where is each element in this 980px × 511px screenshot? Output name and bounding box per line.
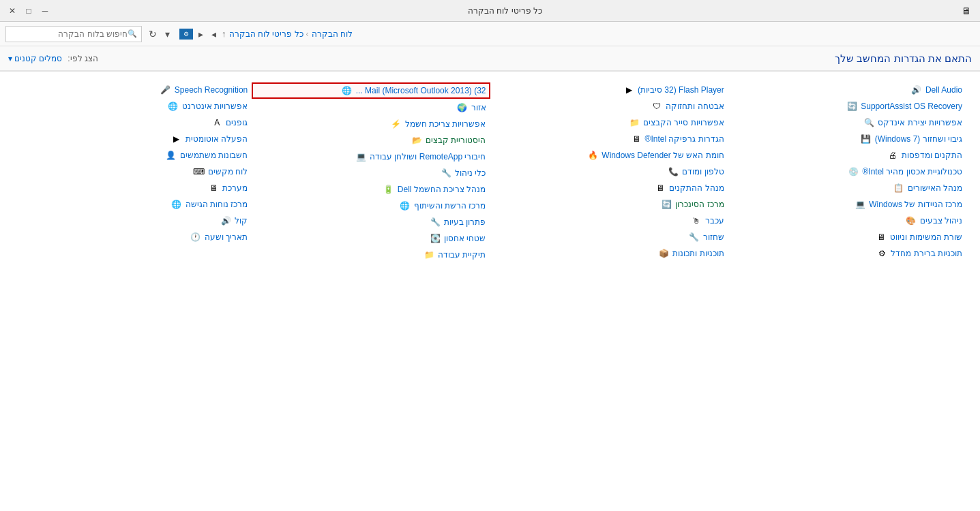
list-item[interactable]: טלפון ומודם📞 (490, 164, 728, 179)
item-icon: 🔊 (911, 84, 922, 95)
breadcrumb-control-panel[interactable]: לוח הבקרה (312, 29, 353, 39)
item-label: אפשרויות סייר הקבצים (643, 118, 724, 127)
breadcrumb-bar: לוח הבקרה › כל פריטי לוח הבקרה ↑ ◂ ▸ ⚙ (177, 27, 975, 41)
list-item[interactable]: חיבורי RemoteApp ושולחן עבודה💻 (252, 149, 490, 164)
list-item[interactable]: חשבונות משתמשים👤 (14, 148, 252, 163)
list-item[interactable]: מרכז הניידות של Windows💻 (728, 197, 966, 212)
address-bar: 🔍 ↻ ▾ לוח הבקרה › כל פריטי לוח הבקרה ↑ ◂… (0, 22, 980, 46)
page-title: התאם את הגדרות המחשב שלך (835, 52, 972, 65)
column-1: Flash Player (32 סיביות)▶אבטחה ותחזוקה🛡א… (490, 82, 728, 262)
list-item[interactable]: הפעלה אוטומטית▶ (14, 131, 252, 146)
item-icon: 🖨 (887, 150, 898, 161)
nav-back-button[interactable]: ◂ (209, 27, 219, 41)
item-label: טלפון ומודם (682, 167, 724, 176)
maximize-button[interactable]: □ (22, 4, 35, 18)
list-item[interactable]: אפשרויות יצירת אינדקס🔍 (728, 115, 966, 130)
minimize-button[interactable]: ─ (38, 4, 52, 18)
list-item[interactable]: שחזור🔧 (490, 230, 728, 245)
list-item[interactable]: עכבר🖱 (490, 213, 728, 228)
list-item[interactable]: Speech Recognition🎤 (14, 82, 252, 97)
item-icon: 🖥 (208, 183, 219, 193)
item-label: טכנולוגיית אכסון מהיר Intel® (862, 167, 962, 176)
item-icon: 📦 (658, 248, 669, 259)
list-item[interactable]: מנהל צריכת החשמל Dell🔋 (252, 182, 490, 197)
list-item[interactable]: שטחי אחסון💽 (252, 231, 490, 246)
view-label: הצג לפי: (68, 54, 98, 63)
list-item[interactable]: Flash Player (32 סיביות)▶ (490, 82, 728, 97)
item-label: SupportAssist OS Recovery (861, 102, 962, 111)
item-icon: 🔍 (863, 117, 874, 128)
item-icon: 👤 (166, 150, 177, 161)
refresh-button[interactable]: ↻ (146, 27, 160, 41)
item-label: תיקיית עבודה (438, 250, 486, 260)
list-item[interactable]: מנהל האישורים📋 (728, 181, 966, 196)
list-item[interactable]: תיקיית עבודה📁 (252, 247, 490, 262)
item-label: מנהל צריכת החשמל Dell (398, 185, 486, 194)
item-icon: 💻 (355, 151, 366, 162)
item-label: חומת האש של Windows Defender (602, 151, 724, 160)
item-label: אפשרויות אינטרנט (182, 102, 248, 111)
list-item[interactable]: תוכניות ברירת מחדל⚙ (728, 246, 966, 261)
list-item[interactable]: קול🔊 (14, 213, 252, 228)
item-label: חיבורי RemoteApp ושולחן עבודה (370, 152, 486, 161)
item-label: כלי ניהול (455, 168, 486, 178)
item-icon: 🖥 (876, 232, 887, 243)
list-item[interactable]: מרכז נוחות הגישה🌐 (14, 197, 252, 212)
item-icon: 🔊 (220, 215, 231, 226)
item-label: מנהל ההתקנים (669, 183, 724, 193)
list-item[interactable]: חומת האש של Windows Defender🔥 (490, 148, 728, 163)
item-icon: 🔥 (587, 150, 598, 161)
list-item[interactable]: שורת המשימות וניווט🖥 (728, 230, 966, 245)
list-item[interactable]: SupportAssist OS Recovery🔄 (728, 99, 966, 114)
list-item[interactable]: אבטחה ותחזוקה🛡 (490, 99, 728, 114)
list-item[interactable]: Mail (Microsoft Outlook 2013) (32 ...🌐 (252, 82, 490, 99)
title-bar-controls: ✕ □ ─ (5, 4, 52, 18)
item-label: אזור (471, 103, 486, 112)
nav-forward-button[interactable]: ▸ (196, 27, 206, 41)
list-item[interactable]: מרכז הסינכרון🔄 (490, 197, 728, 212)
view-dropdown[interactable]: סמלים קטנים ▾ (8, 54, 62, 63)
dropdown-button[interactable]: ▾ (162, 27, 173, 41)
item-label: תוכניות ותכונות (672, 249, 724, 258)
list-item[interactable]: ניהול צבעים🎨 (728, 213, 966, 228)
search-icon: 🔍 (128, 29, 137, 38)
item-label: ניהול צבעים (920, 216, 962, 226)
list-item[interactable]: גיבוי ושחזור (Windows 7)💾 (728, 131, 966, 146)
item-icon: 🔧 (430, 217, 441, 228)
search-input[interactable] (18, 29, 128, 39)
search-box[interactable]: 🔍 (5, 26, 142, 42)
toolbar-right: הצג לפי: סמלים קטנים ▾ (8, 54, 98, 63)
list-item[interactable]: מנהל ההתקנים🖥 (490, 181, 728, 196)
list-item[interactable]: היסטוריית קבצים📂 (252, 133, 490, 148)
item-label: מערכת (222, 183, 248, 193)
list-item[interactable]: אפשרויות סייר הקבצים📁 (490, 115, 728, 130)
breadcrumb-all-items[interactable]: כל פריטי לוח הבקרה (229, 29, 303, 39)
list-item[interactable]: גופניםA (14, 115, 252, 130)
list-item[interactable]: הגדרות גרפיקה Intel®🖥 (490, 131, 728, 146)
item-label: פתרון בעיות (444, 217, 486, 227)
item-icon: 🔧 (441, 168, 451, 179)
item-label: גיבוי ושחזור (Windows 7) (875, 134, 962, 144)
list-item[interactable]: תוכניות ותכונות📦 (490, 246, 728, 261)
list-item[interactable]: כלי ניהול🔧 (252, 166, 490, 181)
list-item[interactable]: אזור🌍 (252, 100, 490, 115)
list-item[interactable]: תאריך ושעה🕐 (14, 230, 252, 245)
list-item[interactable]: לוח מקשים⌨ (14, 164, 252, 179)
up-button[interactable]: ↑ (222, 29, 226, 39)
list-item[interactable]: מרכז הרשת והשיתוף🌐 (252, 198, 490, 213)
breadcrumb-separator: › (306, 29, 309, 39)
list-item[interactable]: מערכת🖥 (14, 181, 252, 196)
list-item[interactable]: פתרון בעיות🔧 (252, 215, 490, 230)
list-item[interactable]: אפשרויות צריכת חשמל⚡ (252, 117, 490, 131)
list-item[interactable]: אפשרויות אינטרנט🌐 (14, 99, 252, 114)
list-item[interactable]: התקנים ומדפסות🖨 (728, 148, 966, 163)
item-icon: 📞 (668, 166, 679, 177)
item-icon: 💿 (848, 166, 859, 177)
list-item[interactable]: Dell Audio🔊 (728, 82, 966, 97)
item-icon: 📁 (629, 117, 640, 128)
item-label: תוכניות ברירת מחדל (891, 249, 962, 258)
list-item[interactable]: טכנולוגיית אכסון מהיר Intel®💿 (728, 164, 966, 179)
item-icon: 🎨 (906, 215, 917, 226)
close-button[interactable]: ✕ (5, 4, 19, 18)
dropdown-chevron-icon: ▾ (8, 54, 12, 63)
